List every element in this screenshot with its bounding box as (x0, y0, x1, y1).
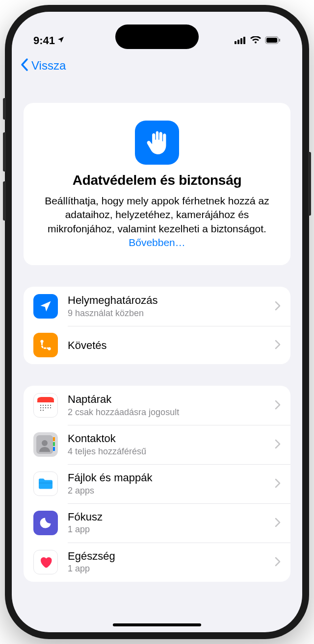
svg-point-13 (43, 405, 44, 406)
tracking-icon (33, 333, 58, 357)
row-contacts[interactable]: Kontaktok 4 teljes hozzáférésű (24, 425, 290, 464)
list-group-data: Naptárak 2 csak hozzáadásra jogosult Kon… (24, 386, 290, 581)
list-group-location: Helymeghatározás 9 használat közben Köve… (24, 287, 290, 364)
chevron-right-icon (275, 397, 281, 413)
svg-point-22 (40, 410, 41, 411)
svg-point-25 (42, 440, 48, 446)
chevron-left-icon (21, 57, 28, 74)
row-files[interactable]: Fájlok és mappák 2 apps (24, 464, 290, 503)
chevron-right-icon (275, 554, 281, 570)
location-arrow-icon (33, 294, 58, 319)
location-indicator-icon (57, 36, 65, 46)
svg-point-15 (48, 405, 49, 406)
row-title: Naptárak (68, 393, 275, 406)
svg-rect-28 (53, 447, 55, 451)
moon-icon (33, 511, 58, 535)
dynamic-island (115, 25, 199, 49)
svg-point-14 (45, 405, 46, 406)
home-indicator[interactable] (113, 623, 201, 626)
row-focus[interactable]: Fókusz 1 app (24, 503, 290, 543)
svg-rect-1 (237, 40, 239, 44)
hero-description: Beállíthatja, hogy mely appok férhetnek … (37, 194, 277, 249)
nav-bar: Vissza (12, 51, 302, 80)
svg-rect-0 (235, 41, 236, 44)
row-location[interactable]: Helymeghatározás 9 használat közben (24, 287, 290, 326)
wifi-icon (250, 34, 261, 47)
privacy-hand-icon (135, 121, 179, 165)
calendar-icon (33, 393, 58, 418)
learn-more-link[interactable]: Bővebben… (129, 237, 185, 248)
status-time: 9:41 (33, 34, 55, 47)
contacts-icon (33, 432, 58, 457)
svg-rect-26 (53, 437, 55, 441)
svg-rect-5 (266, 38, 277, 43)
svg-rect-27 (53, 442, 55, 446)
svg-rect-11 (37, 400, 54, 402)
svg-rect-3 (243, 37, 245, 44)
row-subtitle: 9 használat közben (68, 308, 275, 319)
battery-icon (265, 34, 281, 47)
content-scroll[interactable]: Adatvédelem és biztonság Beállíthatja, h… (12, 80, 302, 622)
row-title: Kontaktok (68, 432, 275, 446)
svg-point-19 (45, 407, 46, 408)
back-button[interactable]: Vissza (21, 57, 66, 74)
hero-title: Adatvédelem és biztonság (37, 173, 277, 188)
row-title: Fókusz (68, 510, 275, 524)
chevron-right-icon (275, 298, 281, 314)
svg-rect-29 (39, 483, 52, 483)
row-calendars[interactable]: Naptárak 2 csak hozzáadásra jogosult (24, 386, 290, 425)
row-title: Követés (68, 339, 275, 352)
chevron-right-icon (275, 515, 281, 531)
svg-point-12 (40, 405, 41, 406)
row-subtitle: 2 csak hozzáadásra jogosult (68, 407, 275, 418)
hero-card: Adatvédelem és biztonság Beállíthatja, h… (24, 103, 290, 265)
row-title: Fájlok és mappák (68, 471, 275, 485)
row-subtitle: 4 teljes hozzáférésű (68, 446, 275, 457)
svg-point-18 (43, 407, 44, 408)
row-subtitle: 1 app (68, 524, 275, 535)
svg-point-20 (48, 407, 49, 408)
folder-icon (33, 471, 58, 496)
svg-point-17 (40, 407, 41, 408)
cellular-icon (235, 34, 246, 47)
chevron-right-icon (275, 337, 281, 353)
svg-point-8 (48, 347, 51, 350)
svg-point-16 (50, 405, 51, 406)
chevron-right-icon (275, 437, 281, 452)
row-health[interactable]: Egészség 1 app (24, 543, 290, 582)
row-title: Egészség (68, 549, 275, 563)
row-subtitle: 2 apps (68, 485, 275, 496)
chevron-right-icon (275, 476, 281, 492)
svg-rect-2 (240, 38, 242, 44)
row-tracking[interactable]: Követés (24, 326, 290, 364)
heart-icon (33, 550, 58, 574)
row-title: Helymeghatározás (68, 294, 275, 307)
svg-point-23 (43, 410, 44, 411)
svg-rect-6 (279, 39, 281, 42)
back-label: Vissza (31, 59, 66, 73)
row-subtitle: 1 app (68, 563, 275, 574)
svg-point-21 (50, 407, 51, 408)
